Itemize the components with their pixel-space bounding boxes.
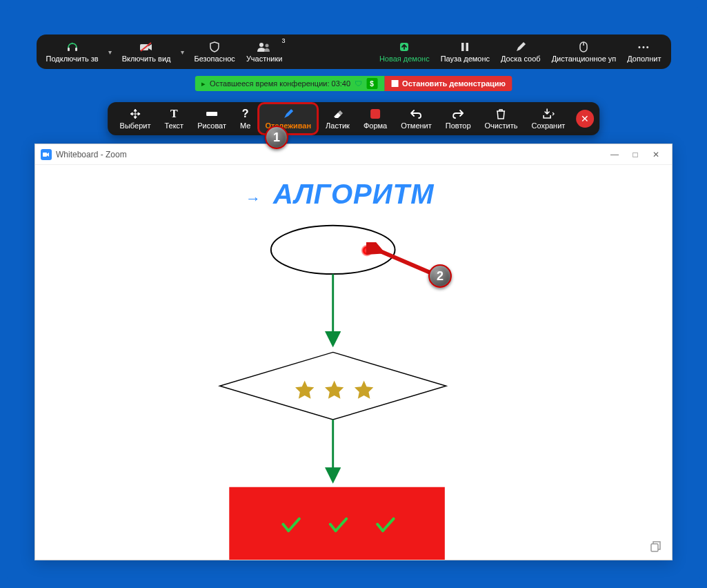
title-arrow-icon: → — [246, 190, 261, 208]
remote-control-button[interactable]: Дистанционное уп — [546, 35, 622, 69]
video-label: Включить вид — [122, 55, 171, 63]
whiteboard-window: Whiteboard - Zoom — □ ✕ → АЛГОРИТМ — [34, 144, 673, 560]
remote-label: Дистанционное уп — [552, 55, 617, 63]
security-label: Безопаснос — [194, 55, 235, 63]
text-tool[interactable]: T Текст — [157, 102, 190, 135]
join-audio-label: Подключить зв — [46, 55, 99, 63]
maximize-button[interactable]: □ — [625, 144, 646, 164]
svg-rect-2 — [140, 44, 148, 50]
timer-dollar-icon: $ — [366, 78, 377, 89]
minimize-button[interactable]: — — [604, 144, 625, 164]
redo-tool[interactable]: Повтор — [439, 102, 478, 135]
svg-rect-0 — [68, 48, 70, 51]
draw-tool[interactable]: Рисоват — [190, 102, 233, 135]
undo-tool[interactable]: Отменит — [394, 102, 439, 135]
participants-count-badge: 3 — [281, 37, 285, 44]
more-label: Дополнит — [627, 55, 661, 63]
whiteboard-label: Доска сооб — [501, 55, 541, 63]
select-tool[interactable]: Выберит — [113, 102, 158, 135]
main-toolbar: Подключить зв ▾ Включить вид ▾ Безопасно… — [37, 35, 671, 69]
timer-play-icon: ▸ — [201, 79, 206, 88]
stop-icon — [391, 80, 398, 87]
start-video-button[interactable]: Включить вид — [117, 35, 177, 69]
trash-icon — [496, 108, 506, 120]
format-icon — [370, 108, 380, 120]
svg-rect-11 — [206, 112, 217, 116]
participants-button[interactable]: 3 Участники — [241, 35, 288, 69]
step-marker-2: 2 — [428, 264, 452, 288]
undo-label: Отменит — [401, 121, 432, 130]
audio-caret-icon[interactable]: ▾ — [104, 48, 117, 56]
share-status-bar: ▸ Оставшееся время конференции: 03:40 🛡 … — [195, 76, 512, 91]
format-tool[interactable]: Форма — [357, 102, 394, 135]
move-icon — [130, 108, 141, 120]
pause-share-label: Пауза демонс — [441, 55, 490, 63]
canvas-title: АЛГОРИТМ — [273, 179, 435, 210]
clear-label: Очистить — [485, 121, 518, 130]
new-share-label: Новая демонс — [379, 55, 430, 63]
shield-icon — [209, 41, 220, 53]
stamp-label: Ме — [240, 121, 250, 130]
security-button[interactable]: Безопаснос — [188, 35, 240, 69]
participants-label: Участники — [246, 55, 283, 63]
clear-tool[interactable]: Очистить — [478, 102, 525, 135]
window-titlebar[interactable]: Whiteboard - Zoom — □ ✕ — [35, 144, 672, 165]
redo-label: Повтор — [446, 121, 471, 130]
pencil-icon — [515, 41, 526, 53]
step-marker-1: 1 — [265, 126, 288, 149]
annotation-toolbar: Выберит T Текст Рисоват ? Ме Отслеживан … — [108, 102, 600, 135]
spotlight-icon — [283, 108, 294, 120]
draw-label: Рисоват — [197, 121, 226, 130]
window-title: Whiteboard - Zoom — [56, 150, 127, 159]
svg-point-5 — [266, 44, 269, 48]
eraser-icon — [332, 108, 343, 120]
save-label: Сохранит — [531, 121, 565, 130]
select-label: Выберит — [120, 121, 151, 130]
join-audio-button[interactable]: Подключить зв — [41, 35, 104, 69]
text-label: Текст — [164, 121, 183, 130]
whiteboard-canvas[interactable]: → АЛГОРИТМ — [35, 165, 672, 560]
stamp-tool[interactable]: ? Ме — [233, 102, 257, 135]
svg-rect-12 — [43, 153, 47, 157]
close-annotation-button[interactable]: ✕ — [576, 110, 594, 128]
save-icon — [542, 108, 555, 120]
svg-line-17 — [379, 251, 432, 273]
save-tool[interactable]: Сохранит — [524, 102, 572, 135]
video-off-icon — [139, 41, 153, 53]
pause-icon — [460, 41, 470, 53]
copy-canvas-button[interactable] — [648, 539, 664, 554]
participants-icon — [257, 41, 272, 53]
svg-rect-18 — [651, 544, 658, 551]
new-share-button[interactable]: Новая демонс — [374, 35, 435, 69]
timer-text: Оставшееся время конференции: 03:40 — [210, 79, 350, 88]
timer-shield-icon: 🛡 — [355, 79, 362, 88]
headphones-icon — [66, 41, 79, 53]
question-icon: ? — [242, 108, 249, 120]
stop-share-button[interactable]: Остановить демонстрацию — [384, 76, 512, 91]
eraser-tool[interactable]: Ластик — [319, 102, 357, 135]
text-icon: T — [170, 108, 178, 120]
svg-rect-1 — [75, 48, 77, 51]
flowchart-drawing — [35, 206, 672, 560]
draw-icon — [206, 108, 218, 120]
whiteboard-button[interactable]: Доска сооб — [495, 35, 546, 69]
pause-share-button[interactable]: Пауза демонс — [435, 35, 495, 69]
zoom-logo-icon — [41, 149, 52, 160]
mouse-icon — [579, 41, 588, 53]
timer-section[interactable]: ▸ Оставшееся время конференции: 03:40 🛡 … — [195, 76, 384, 91]
new-share-icon — [397, 41, 412, 53]
eraser-label: Ластик — [326, 121, 350, 130]
redo-icon — [452, 108, 464, 120]
video-caret-icon[interactable]: ▾ — [176, 48, 188, 56]
more-icon: ••• — [638, 41, 650, 53]
svg-point-4 — [259, 43, 263, 47]
stop-share-label: Остановить демонстрацию — [402, 79, 506, 88]
svg-rect-7 — [461, 43, 464, 51]
more-button[interactable]: ••• Дополнит — [621, 35, 666, 69]
svg-rect-16 — [229, 487, 445, 560]
svg-rect-8 — [466, 43, 469, 51]
format-label: Форма — [364, 121, 387, 130]
undo-icon — [410, 108, 421, 120]
close-window-button[interactable]: ✕ — [646, 144, 666, 164]
